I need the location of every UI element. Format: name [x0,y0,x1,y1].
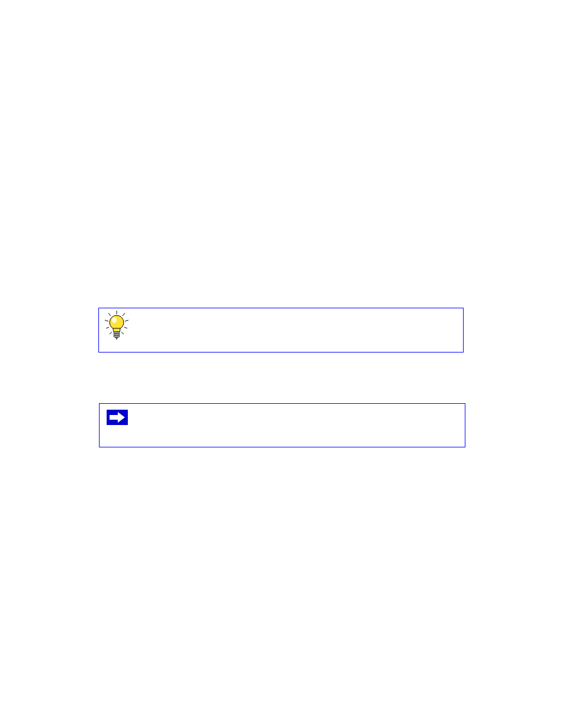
lightbulb-icon [103,309,131,344]
svg-rect-15 [110,415,118,420]
document-page [0,0,562,728]
svg-line-2 [123,313,125,316]
svg-rect-13 [114,335,120,337]
svg-line-6 [124,327,127,328]
svg-line-7 [110,332,112,334]
svg-rect-12 [114,334,120,335]
svg-line-4 [125,320,128,321]
svg-point-10 [112,317,117,323]
svg-line-5 [106,327,109,328]
svg-rect-11 [114,332,120,334]
svg-point-9 [110,315,124,330]
svg-line-3 [105,320,108,321]
note-callout [99,403,465,447]
arrow-right-icon [107,410,128,427]
tip-callout [98,308,464,353]
svg-line-1 [108,313,111,316]
svg-line-8 [121,332,124,334]
